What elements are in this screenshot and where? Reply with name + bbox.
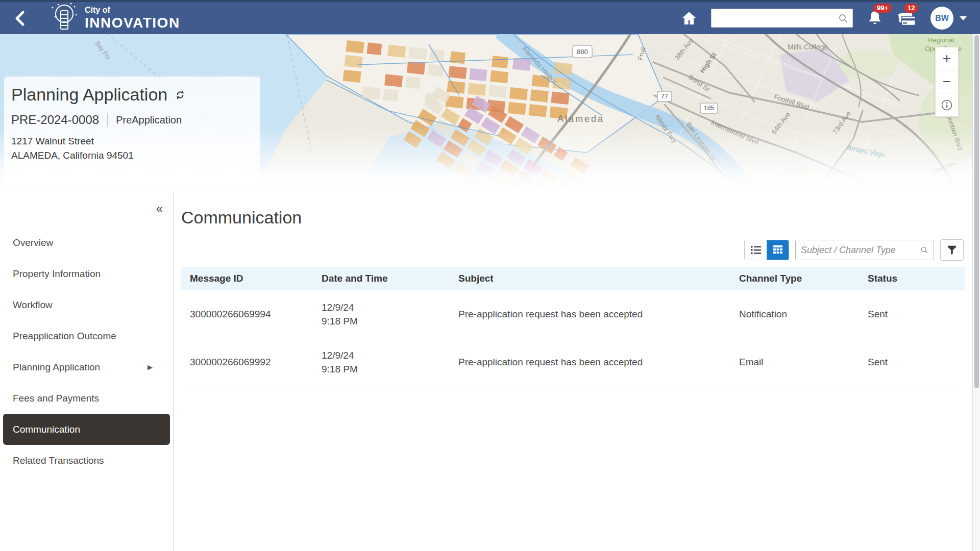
address-line-1: 1217 Walnut Street (11, 134, 260, 148)
payments-button[interactable]: 12 (897, 9, 917, 28)
search-icon[interactable] (838, 13, 848, 23)
record-summary-card: Planning Application PRE-2024-0008 PreAp… (4, 77, 260, 186)
sidebar-item-communication[interactable]: Communication (3, 414, 170, 445)
sidebar-item-related-transactions[interactable]: Related Transactions (3, 445, 170, 476)
svg-text:Mills College: Mills College (788, 43, 828, 51)
list-view-button[interactable] (745, 240, 767, 260)
sidebar-item-overview[interactable]: Overview (3, 227, 170, 258)
svg-text:77: 77 (661, 93, 668, 100)
table-row[interactable]: 300000266069992 12/9/24 9:18 PM Pre-appl… (181, 338, 965, 386)
cell-date-time: 12/9/24 9:18 PM (322, 348, 458, 376)
sidebar-item-workflow[interactable]: Workflow (3, 289, 170, 320)
sidebar-item-property-information[interactable]: Property Information (3, 258, 170, 289)
cell-status: Sent (868, 309, 965, 320)
col-channel-type: Channel Type (739, 273, 868, 284)
table-search-input[interactable] (801, 245, 920, 256)
filter-button[interactable] (940, 239, 964, 261)
map-zoom-in-button[interactable]: + (936, 47, 958, 70)
svg-text:880: 880 (577, 48, 588, 56)
sidebar-item-fees-and-payments[interactable]: Fees and Payments (3, 383, 170, 414)
grid-view-button[interactable] (767, 240, 789, 260)
map-info-button[interactable] (936, 93, 958, 116)
col-date-and-time: Date and Time (322, 273, 458, 284)
svg-text:185: 185 (704, 105, 714, 112)
record-divider (107, 113, 108, 127)
search-icon (920, 245, 928, 255)
user-menu-caret-icon[interactable] (960, 16, 967, 20)
record-type: PreApplication (116, 114, 182, 126)
sidebar-item-planning-application[interactable]: Planning Application ▶ (3, 352, 170, 383)
refresh-icon[interactable] (175, 89, 186, 101)
user-avatar[interactable]: BW (930, 7, 953, 30)
global-search-box (711, 9, 853, 28)
payments-badge: 12 (904, 4, 918, 13)
global-search-input[interactable] (716, 14, 838, 23)
submenu-arrow-icon: ▶ (148, 363, 153, 371)
logo-innovation: INNOVATION (85, 16, 180, 30)
home-icon (680, 10, 698, 27)
record-id: PRE-2024-0008 (11, 113, 99, 127)
sidebar-collapse-button[interactable]: « (156, 202, 162, 216)
notifications-badge: 99+ (873, 4, 892, 13)
notifications-button[interactable]: 99+ (866, 9, 884, 28)
map-banner: 880 77 185 Bay Fry Alameda Harbor Alamed… (0, 34, 980, 192)
record-sidebar: « Overview Property Information Workflow… (0, 192, 174, 551)
home-button[interactable] (680, 10, 698, 27)
map-controls: + − (935, 47, 959, 117)
page-title: Communication (181, 208, 965, 228)
page-scrollbar[interactable] (972, 34, 980, 551)
col-subject: Subject (458, 273, 739, 284)
svg-text:Regional: Regional (928, 36, 954, 44)
table-row[interactable]: 300000266069994 12/9/24 9:18 PM Pre-appl… (181, 290, 965, 338)
back-button[interactable] (13, 8, 31, 29)
col-status: Status (868, 273, 965, 284)
top-header-bar: City of INNOVATION (0, 0, 980, 34)
view-toggle (744, 240, 789, 260)
cell-channel-type: Notification (739, 309, 868, 320)
info-icon (941, 99, 953, 111)
filter-funnel-icon (947, 245, 957, 255)
list-view-icon (750, 245, 762, 255)
communication-table: Message ID Date and Time Subject Channel… (181, 267, 965, 386)
banner-title: Planning Application (11, 85, 167, 105)
app-root: City of INNOVATION (0, 0, 980, 551)
cell-message-id: 300000266069994 (190, 309, 322, 320)
back-chevron-icon (13, 10, 27, 27)
table-header-row: Message ID Date and Time Subject Channel… (181, 267, 965, 290)
grid-view-icon (773, 245, 783, 255)
address-line-2: ALAMEDA, California 94501 (11, 148, 260, 163)
cell-status: Sent (868, 357, 965, 368)
cell-message-id: 300000266069992 (190, 357, 322, 368)
logo-city-of: City of (85, 6, 180, 14)
map-zoom-out-button[interactable]: − (936, 70, 958, 93)
scrollbar-thumb[interactable] (974, 35, 979, 388)
communication-panel: Communication (174, 192, 980, 551)
cell-channel-type: Email (739, 357, 868, 368)
svg-text:Alameda: Alameda (557, 114, 604, 124)
cell-subject: Pre-application request has been accepte… (458, 309, 739, 320)
sidebar-item-preapplication-outcome[interactable]: Preapplication Outcome (3, 320, 170, 352)
table-toolbar (744, 239, 964, 261)
table-search-box (795, 240, 934, 260)
cell-subject: Pre-application request has been accepte… (458, 357, 739, 368)
cell-date-time: 12/9/24 9:18 PM (322, 300, 458, 328)
sidebar-nav: Overview Property Information Workflow P… (0, 227, 173, 476)
app-logo: City of INNOVATION (48, 3, 180, 34)
header-actions: 99+ 12 BW (680, 7, 967, 30)
lower-section: « Overview Property Information Workflow… (0, 192, 980, 551)
lightbulb-logo-icon (48, 3, 78, 34)
col-message-id: Message ID (190, 273, 322, 284)
